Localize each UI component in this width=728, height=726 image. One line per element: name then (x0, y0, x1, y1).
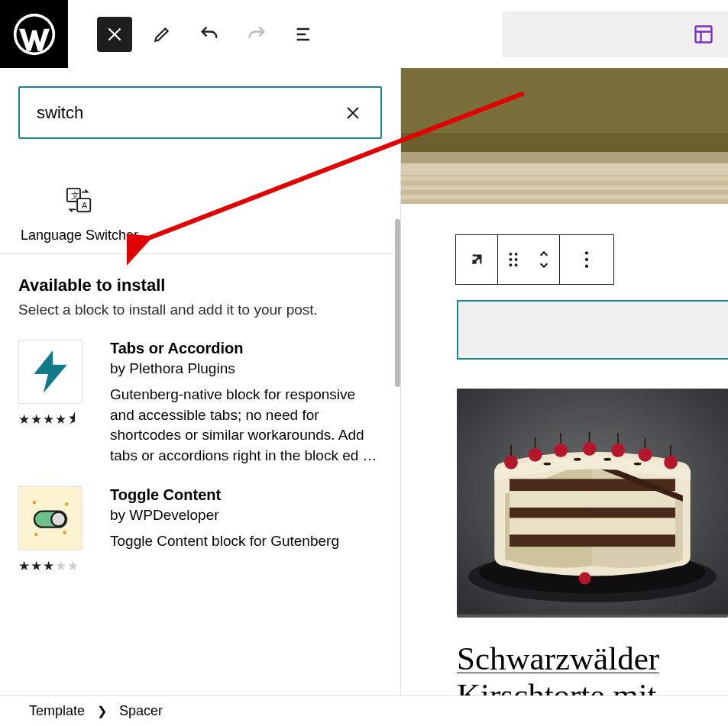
svg-text:A: A (82, 201, 88, 210)
svg-point-15 (515, 253, 518, 256)
wordpress-icon (12, 12, 57, 56)
block-search-input[interactable] (37, 103, 336, 123)
available-to-install-heading: Available to install (18, 276, 382, 295)
rating-stars: ★★★★⯨ (18, 411, 89, 428)
svg-point-37 (639, 448, 652, 462)
block-search (18, 86, 382, 139)
svg-point-36 (611, 444, 625, 457)
block-options-button[interactable] (560, 235, 613, 284)
close-inserter-button[interactable] (97, 17, 132, 52)
svg-point-35 (583, 442, 597, 456)
chevrons-vertical-icon (537, 248, 551, 271)
svg-point-32 (504, 456, 518, 469)
toggle-icon (24, 492, 77, 545)
block-inserter-panel: 文 A Language Switcher Available to insta… (0, 68, 401, 695)
cover-image[interactable] (401, 68, 728, 204)
svg-point-33 (529, 448, 542, 462)
document-overview-button[interactable] (286, 17, 322, 52)
svg-point-10 (63, 531, 66, 534)
language-switcher-icon: 文 A (65, 186, 94, 215)
post-title-link[interactable]: Schwarzwälder Kirschtorte mit Sauerkraut… (457, 640, 720, 695)
layout-icon (693, 24, 714, 45)
rating-stars: ★★★★★ (18, 558, 89, 574)
svg-point-9 (65, 502, 69, 506)
svg-rect-28 (510, 491, 675, 508)
plugin-name: Tabs or Accordion (110, 340, 382, 357)
svg-point-40 (543, 463, 551, 466)
close-icon (105, 24, 125, 44)
svg-point-11 (34, 532, 38, 536)
block-label: Language Switcher (21, 226, 138, 244)
edit-tool-button[interactable] (144, 17, 180, 52)
svg-point-21 (585, 258, 588, 261)
undo-button[interactable] (192, 17, 227, 52)
plugin-author: by WPDeveloper (110, 507, 382, 524)
redo-button (239, 17, 274, 52)
svg-point-39 (579, 573, 591, 585)
breadcrumb-root[interactable]: Template (29, 703, 85, 719)
block-type-button[interactable] (456, 235, 497, 284)
svg-point-18 (509, 263, 512, 266)
plugin-thumbnail (18, 340, 83, 404)
undo-icon (199, 24, 220, 45)
svg-point-22 (585, 265, 588, 268)
plugin-description: Toggle Content block for Gutenberg (110, 531, 382, 552)
breadcrumb-bar: Template ❯ Spacer (0, 695, 728, 726)
scrollbar[interactable] (395, 219, 400, 387)
chevron-right-icon: ❯ (97, 704, 107, 718)
install-item[interactable]: ★★★★★ Toggle Content by WPDeveloper Togg… (18, 486, 382, 574)
breadcrumb-current[interactable]: Spacer (119, 703, 163, 719)
svg-point-43 (634, 463, 642, 466)
block-language-switcher[interactable]: 文 A Language Switcher (18, 166, 141, 253)
redo-icon (246, 24, 267, 45)
block-toolbar (455, 234, 614, 285)
close-icon (344, 104, 362, 122)
install-item[interactable]: ★★★★⯨ Tabs or Accordion by Plethora Plug… (18, 340, 382, 466)
view-mode-button[interactable] (685, 16, 722, 53)
outline-icon (293, 24, 315, 45)
svg-rect-2 (696, 26, 712, 42)
cake-illustration (457, 389, 728, 615)
available-to-install-sub: Select a block to install and add it to … (18, 302, 382, 318)
plugin-author: by Plethora Plugins (110, 360, 382, 377)
editor-canvas[interactable]: Schwarzwälder Kirschtorte mit Sauerkraut… (401, 68, 728, 695)
resize-icon (467, 250, 487, 269)
svg-point-8 (33, 500, 37, 504)
drag-handle[interactable] (498, 235, 529, 284)
svg-point-14 (509, 253, 512, 256)
lightning-icon (27, 348, 74, 395)
drag-icon (507, 250, 519, 269)
svg-point-42 (603, 458, 611, 461)
svg-point-41 (574, 458, 581, 461)
svg-rect-30 (510, 518, 675, 535)
top-right-toolbar (502, 11, 728, 57)
svg-point-38 (664, 456, 678, 469)
move-up-down-button[interactable] (529, 235, 559, 284)
wordpress-logo[interactable] (0, 0, 68, 68)
plugin-description: Gutenberg-native block for responsive an… (110, 385, 382, 466)
svg-point-16 (509, 258, 512, 261)
clear-search-button[interactable] (336, 96, 370, 130)
post-featured-image[interactable] (457, 389, 728, 618)
svg-point-34 (554, 444, 568, 457)
svg-point-13 (51, 512, 66, 527)
spacer-block-selected[interactable] (457, 300, 728, 360)
plugin-thumbnail (18, 486, 83, 550)
plugin-name: Toggle Content (110, 486, 382, 504)
svg-point-20 (585, 251, 588, 254)
svg-point-17 (515, 258, 518, 261)
svg-point-19 (515, 263, 518, 266)
more-vertical-icon (584, 250, 590, 269)
pencil-icon (152, 24, 172, 44)
svg-rect-31 (510, 534, 675, 547)
svg-rect-29 (510, 508, 675, 518)
